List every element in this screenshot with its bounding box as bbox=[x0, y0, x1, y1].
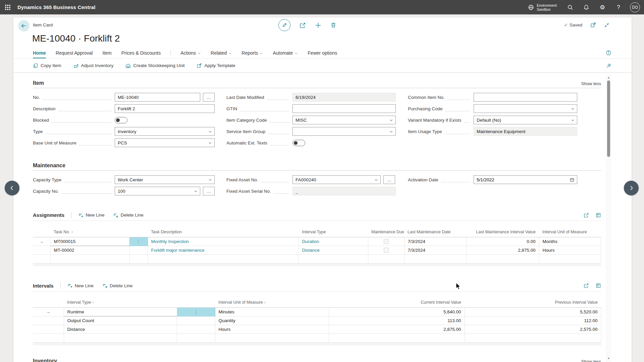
interval-unit-of-measure-cell[interactable]: Hours bbox=[215, 325, 329, 334]
maintenance-due-cell[interactable] bbox=[368, 237, 404, 246]
create-stockkeeping-unit-button[interactable]: Create Stockkeeping Unit bbox=[125, 63, 184, 68]
last-maintenance-interval-value-cell[interactable]: 0.00 bbox=[466, 237, 539, 246]
row-options-button[interactable]: ⋮ bbox=[129, 237, 148, 246]
open-in-new-window-button[interactable] bbox=[590, 22, 596, 28]
interval-type-header[interactable]: Interval Type bbox=[299, 227, 368, 237]
last-maintenance-date-cell[interactable]: 7/3/2024 bbox=[404, 246, 466, 254]
current-interval-value-header[interactable]: Current Interval Value bbox=[329, 298, 465, 308]
table-scroll-strip[interactable] bbox=[33, 263, 601, 266]
inventory-show-less-button[interactable]: Show less bbox=[581, 359, 601, 362]
interval-type-cell[interactable]: Output Count bbox=[64, 316, 177, 325]
vertical-scrollbar[interactable]: ▲ ▼ bbox=[606, 75, 611, 362]
task-description-link[interactable]: Monthly Inspection bbox=[151, 239, 189, 244]
collapse-button[interactable] bbox=[604, 22, 609, 28]
maintenance-due-cell[interactable] bbox=[368, 246, 404, 254]
tab-reports[interactable]: Reports bbox=[241, 47, 263, 58]
intervals-delete-line-button[interactable]: Delete Line bbox=[102, 283, 132, 288]
app-launcher-button[interactable] bbox=[0, 0, 15, 14]
last-maintenance-interval-value-header[interactable]: Last Maintenance Interval Value bbox=[466, 227, 539, 237]
task-description-header[interactable]: Task Description bbox=[148, 227, 299, 237]
share-button[interactable] bbox=[300, 22, 306, 28]
avatar[interactable]: DO bbox=[630, 2, 640, 12]
assignments-open-in-excel-button[interactable] bbox=[596, 213, 601, 218]
maintenance-due-header[interactable]: Maintenance Due bbox=[368, 227, 404, 237]
tab-prices-discounts[interactable]: Prices & Discounts bbox=[121, 47, 161, 58]
tab-item[interactable]: Item bbox=[102, 47, 111, 58]
base-uom-select[interactable]: PCS bbox=[115, 138, 215, 147]
adjust-inventory-button[interactable]: Adjust Inventory bbox=[73, 63, 114, 68]
new-button[interactable] bbox=[315, 22, 321, 28]
empty-cell[interactable] bbox=[64, 334, 177, 343]
tab-actions[interactable]: Actions bbox=[180, 47, 201, 58]
next-record-button[interactable] bbox=[624, 181, 639, 195]
interval-unit-of-measure-header[interactable]: Interval Unit of Measure ↑ bbox=[215, 298, 329, 308]
previous-interval-value-cell[interactable]: 112.00 bbox=[465, 316, 601, 325]
scroll-down-button[interactable]: ▼ bbox=[607, 356, 610, 361]
row-options-button[interactable] bbox=[177, 325, 215, 334]
help-button[interactable]: ? bbox=[612, 0, 625, 14]
assignments-share-button[interactable] bbox=[584, 213, 589, 218]
current-interval-value-cell[interactable]: 113.00 bbox=[329, 316, 465, 325]
search-button[interactable] bbox=[564, 0, 577, 14]
empty-cell[interactable] bbox=[50, 254, 129, 263]
interval-type-header[interactable]: Interval Type ↑ bbox=[64, 298, 177, 308]
apply-template-button[interactable]: Apply Template bbox=[197, 63, 235, 68]
gtin-input[interactable] bbox=[292, 104, 396, 113]
assignments-new-line-button[interactable]: New Line bbox=[78, 213, 104, 218]
interval-unit-of-measure-cell[interactable]: Quantity bbox=[215, 316, 329, 325]
service-item-group-select[interactable] bbox=[292, 127, 396, 136]
description-input[interactable] bbox=[115, 104, 215, 113]
last-maintenance-date-header[interactable]: Last Maintenance Date bbox=[404, 227, 466, 237]
current-interval-value-cell[interactable]: 5,640.00 bbox=[329, 308, 465, 316]
copy-item-button[interactable]: Copy Item bbox=[33, 63, 61, 68]
app-title[interactable]: Dynamics 365 Business Central bbox=[17, 4, 96, 10]
task-no-header[interactable]: Task No. ↑ bbox=[50, 227, 129, 237]
common-item-no-input[interactable] bbox=[474, 93, 577, 102]
last-maintenance-date-cell[interactable]: 7/3/2024 bbox=[404, 237, 466, 246]
automatic-ext-texts-toggle[interactable] bbox=[292, 140, 305, 146]
capacity-no-assist-button[interactable]: … bbox=[203, 187, 215, 195]
current-interval-value-cell[interactable]: 2,875.00 bbox=[329, 325, 465, 334]
previous-interval-value-header[interactable]: Previous Interval Value bbox=[465, 298, 601, 308]
tab-automate[interactable]: Automate bbox=[273, 47, 298, 58]
item-show-less-button[interactable]: Show less bbox=[581, 81, 601, 86]
notifications-button[interactable] bbox=[580, 0, 593, 14]
interval-unit-of-measure-cell[interactable]: Months bbox=[539, 237, 601, 246]
item-category-code-select[interactable]: MISC bbox=[292, 116, 396, 124]
empty-cell[interactable] bbox=[466, 254, 539, 263]
row-options-button[interactable] bbox=[129, 246, 148, 254]
last-maintenance-interval-value-cell[interactable]: 2,875.00 bbox=[466, 246, 539, 254]
no-input[interactable] bbox=[115, 93, 200, 102]
fixed-asset-no-assist-button[interactable]: … bbox=[383, 175, 395, 184]
empty-cell[interactable] bbox=[539, 254, 601, 263]
empty-cell[interactable] bbox=[329, 334, 465, 343]
edit-button[interactable] bbox=[278, 19, 290, 31]
intervals-share-button[interactable] bbox=[584, 283, 589, 288]
activation-date-input[interactable] bbox=[477, 177, 567, 182]
back-button[interactable] bbox=[18, 20, 30, 32]
no-assist-button[interactable]: … bbox=[203, 93, 215, 102]
tab-related[interactable]: Related bbox=[211, 47, 232, 58]
blocked-toggle[interactable] bbox=[115, 117, 127, 123]
interval-type-link[interactable]: Duration bbox=[302, 239, 319, 244]
maintenance-due-checkbox[interactable] bbox=[384, 239, 389, 244]
task-no-cell[interactable]: MT000015 bbox=[50, 237, 129, 246]
interval-unit-of-measure-header[interactable]: Interval Unit of Measure bbox=[539, 227, 601, 237]
interval-type-cell[interactable]: Runtime bbox=[64, 308, 177, 316]
pin-button[interactable] bbox=[606, 63, 611, 68]
scroll-up-button[interactable]: ▲ bbox=[607, 75, 610, 80]
info-button[interactable] bbox=[606, 50, 611, 56]
tab-home[interactable]: Home bbox=[33, 47, 46, 58]
interval-type-cell[interactable]: Distance bbox=[299, 246, 368, 254]
scrollbar-thumb[interactable] bbox=[607, 80, 610, 157]
empty-cell[interactable] bbox=[404, 254, 466, 263]
delete-button[interactable] bbox=[330, 22, 336, 28]
task-description-link[interactable]: Forklift major maintenance bbox=[151, 248, 205, 253]
interval-unit-of-measure-cell[interactable]: Hours bbox=[539, 246, 601, 254]
row-options-button[interactable]: ⋮ bbox=[177, 308, 215, 316]
interval-type-cell[interactable]: Duration bbox=[299, 237, 368, 246]
interval-unit-of-measure-cell[interactable]: Minutes bbox=[215, 308, 329, 316]
tab-request-approval[interactable]: Request Approval bbox=[56, 47, 93, 58]
maintenance-due-checkbox[interactable] bbox=[384, 248, 389, 253]
previous-interval-value-cell[interactable]: 5,520.00 bbox=[465, 308, 601, 316]
